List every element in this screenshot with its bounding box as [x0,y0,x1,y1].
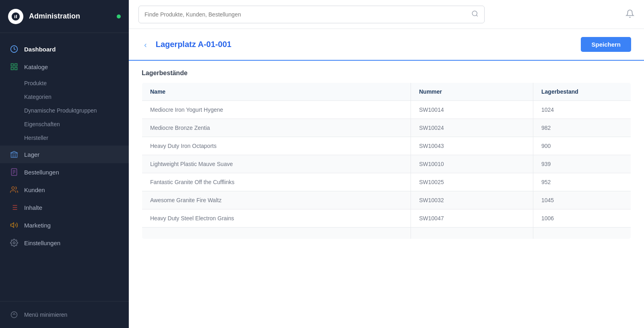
lager-icon [10,150,19,159]
topbar-right [625,9,634,20]
save-button[interactable]: Speichern [581,37,631,52]
svg-rect-3 [15,68,17,70]
status-dot [117,14,121,18]
inventory-table: Name Nummer Lagerbestand Mediocre Iron Y… [142,82,631,239]
sidebar-item-lager[interactable]: Lager [0,146,129,163]
table-header: Name Nummer Lagerbestand [142,83,631,101]
search-icon [471,10,479,19]
svg-rect-5 [11,153,17,158]
back-button[interactable]: ‹ [142,40,149,49]
dashboard-icon [10,45,19,53]
bestellungen-icon [10,168,19,176]
sidebar-item-lager-label: Lager [24,151,39,158]
cell-name [142,228,411,239]
cell-name: Lightweight Plastic Mauve Suave [142,155,411,173]
cell-name: Mediocre Iron Yogurt Hygene [142,101,411,119]
sidebar-item-marketing[interactable]: Marketing [0,216,129,234]
main-content: ‹ Lagerplatz A-01-001 Speichern Lagerbes… [129,0,644,328]
topbar [129,0,644,29]
content-area: ‹ Lagerplatz A-01-001 Speichern Lagerbes… [129,29,644,328]
cell-stock: 1024 [533,101,631,119]
sidebar-item-bestellungen[interactable]: Bestellungen [0,163,129,181]
page-title: Lagerplatz A-01-001 [156,40,575,49]
inhalte-icon [10,203,19,212]
einstellungen-icon [10,238,19,247]
cell-number: SW10043 [411,137,533,155]
cell-stock: 1006 [533,209,631,228]
cell-number: SW10025 [411,173,533,191]
sidebar-sub-eigenschaften[interactable]: Eigenschaften [24,117,129,131]
sidebar-sub-dynamische[interactable]: Dynamische Produktgruppen [24,104,129,117]
kunden-icon [10,185,19,194]
cell-name: Mediocre Bronze Zentia [142,119,411,137]
col-header-stock: Lagerbestand [533,83,631,101]
cell-stock: 952 [533,173,631,191]
section-title: Lagerbestände [129,61,644,82]
cell-number [411,228,533,239]
search-input[interactable] [144,11,467,18]
cell-number: SW10024 [411,119,533,137]
sidebar-item-einstellungen-label: Einstellungen [24,240,60,246]
sidebar-item-bestellungen-label: Bestellungen [24,169,59,176]
table-row: Lightweight Plastic Mauve Suave SW10010 … [142,155,631,173]
svg-point-22 [472,11,477,16]
nav-section: Dashboard Kataloge Produkte Kategorien D… [0,33,129,255]
svg-line-23 [476,15,477,16]
bell-icon[interactable] [625,9,634,20]
sidebar-item-kataloge[interactable]: Kataloge [0,58,129,76]
sidebar-header: Administration [0,0,129,33]
sidebar-bottom: Menü minimieren [0,301,129,328]
search-box[interactable] [138,6,485,23]
table-row: Fantastic Granite Off the Cufflinks SW10… [142,173,631,191]
cell-stock: 939 [533,155,631,173]
sidebar-item-dashboard-label: Dashboard [24,46,56,53]
cell-stock: 1045 [533,191,631,209]
svg-point-12 [12,187,14,190]
sidebar-item-inhalte[interactable]: Inhalte [0,199,129,216]
svg-rect-4 [11,68,14,70]
table-row: Mediocre Bronze Zentia SW10024 982 [142,119,631,137]
sidebar-item-kunden[interactable]: Kunden [0,181,129,199]
col-header-name: Name [142,83,411,101]
cell-name: Awesome Granite Fire Waltz [142,191,411,209]
sidebar-item-dashboard[interactable]: Dashboard [0,40,129,58]
svg-point-20 [13,242,15,244]
cell-number: SW10032 [411,191,533,209]
sidebar-title: Administration [29,12,111,20]
sidebar-sub-kategorien[interactable]: Kategorien [24,90,129,104]
svg-marker-19 [11,223,14,228]
svg-rect-1 [11,64,14,66]
table-row: Heavy Duty Steel Electron Grains SW10047… [142,209,631,228]
table-body: Mediocre Iron Yogurt Hygene SW10014 1024… [142,101,631,239]
kataloge-icon [10,62,19,71]
sidebar-sub-produkte[interactable]: Produkte [24,76,129,90]
minimize-label: Menü minimieren [24,312,67,318]
table-row: Mediocre Iron Yogurt Hygene SW10014 1024 [142,101,631,119]
svg-rect-2 [15,64,17,66]
cell-number: SW10014 [411,101,533,119]
table-container: Name Nummer Lagerbestand Mediocre Iron Y… [129,82,644,252]
sidebar: Administration Dashboard [0,0,129,328]
cell-stock: 982 [533,119,631,137]
table-row: Heavy Duty Iron Octaports SW10043 900 [142,137,631,155]
minimize-menu-button[interactable]: Menü minimieren [0,306,129,323]
table-row: Awesome Granite Fire Waltz SW10032 1045 [142,191,631,209]
cell-number: SW10010 [411,155,533,173]
cell-number: SW10047 [411,209,533,228]
nav-sub-kataloge: Produkte Kategorien Dynamische Produktgr… [0,76,129,146]
cell-stock: 900 [533,137,631,155]
cell-name: Heavy Duty Steel Electron Grains [142,209,411,228]
cell-stock [533,228,631,239]
sidebar-item-kunden-label: Kunden [24,187,45,193]
sidebar-item-marketing-label: Marketing [24,222,51,229]
table-row [142,228,631,239]
sidebar-item-einstellungen[interactable]: Einstellungen [0,234,129,252]
col-header-number: Nummer [411,83,533,101]
sidebar-item-kataloge-label: Kataloge [24,64,48,70]
cell-name: Heavy Duty Iron Octaports [142,137,411,155]
svg-point-21 [11,312,17,318]
cell-name: Fantastic Granite Off the Cufflinks [142,173,411,191]
minimize-icon [10,310,19,319]
sidebar-item-inhalte-label: Inhalte [24,204,42,211]
sidebar-sub-hersteller[interactable]: Hersteller [24,131,129,145]
